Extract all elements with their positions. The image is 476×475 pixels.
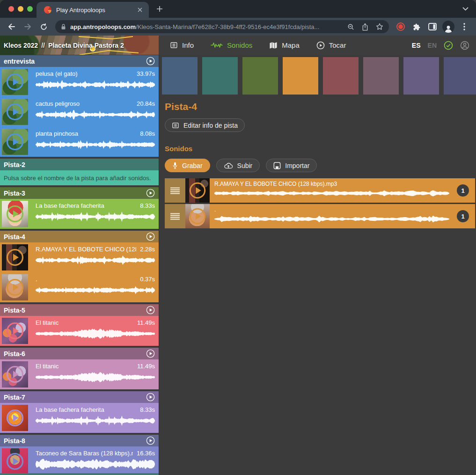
tab-search-chevron-icon[interactable] xyxy=(462,7,469,11)
clip-row[interactable]: El titanic11.49s xyxy=(0,359,159,389)
track-swatch-5[interactable] xyxy=(323,57,359,95)
track-swatch-6[interactable] xyxy=(363,57,399,95)
nav-item-mapa[interactable]: Mapa xyxy=(269,41,300,49)
extensions-puzzle-icon[interactable] xyxy=(410,20,424,34)
sync-check-icon[interactable] xyxy=(444,41,453,50)
language-es[interactable]: ES xyxy=(412,42,421,49)
clip-title: R.AMAYA Y EL BOBOTE CHICO (128 kbps).... xyxy=(36,246,136,253)
clip-play-icon[interactable] xyxy=(6,278,24,297)
forward-button[interactable] xyxy=(21,20,35,34)
clip-play-icon[interactable] xyxy=(6,409,24,427)
track-play-all-button[interactable] xyxy=(146,57,155,66)
drag-handle-icon[interactable] xyxy=(165,178,185,203)
track-swatch-8[interactable] xyxy=(444,57,476,95)
track-swatch-4[interactable] xyxy=(283,57,318,95)
browser-tab[interactable]: Play Antropoloops xyxy=(37,2,149,18)
breadcrumb-location[interactable]: Placeta Divina Pastora 2 xyxy=(48,42,124,49)
clip-row[interactable]: pelusa (el gato)33.97s xyxy=(0,67,159,97)
track-play-all-button[interactable] xyxy=(146,436,155,445)
sound-thumbnail[interactable] xyxy=(185,204,210,228)
clip-thumbnail[interactable] xyxy=(2,448,28,475)
track-play-all-button[interactable] xyxy=(146,189,155,197)
track-header-pista-7[interactable]: Pista-7 xyxy=(0,391,159,403)
nav-item-tocar[interactable]: Tocar xyxy=(316,41,346,50)
clip-row[interactable]: cactus peligroso20.84s xyxy=(0,97,159,127)
track-swatch-7[interactable] xyxy=(403,57,439,95)
record-extension-icon[interactable] xyxy=(394,20,408,34)
nav-item-info[interactable]: Info xyxy=(170,41,194,49)
back-button[interactable] xyxy=(5,20,19,34)
track-play-all-button[interactable] xyxy=(146,232,155,241)
track-header-pista-6[interactable]: Pista-6 xyxy=(0,348,159,359)
clip-row[interactable]: La base fachera facherita8.33s xyxy=(0,199,159,229)
new-tab-button[interactable] xyxy=(156,6,163,12)
clip-body: El titanic11.49s xyxy=(30,359,159,389)
clip-thumbnail[interactable] xyxy=(2,405,28,431)
profile-avatar[interactable] xyxy=(441,20,455,34)
zoom-out-icon[interactable] xyxy=(347,23,354,30)
clip-play-icon[interactable] xyxy=(6,102,24,121)
clip-row[interactable]: R.AMAYA Y EL BOBOTE CHICO (128 kbps)....… xyxy=(0,242,159,272)
clip-row[interactable]: .0.37s xyxy=(0,272,159,302)
clip-play-icon[interactable] xyxy=(6,205,24,223)
track-header-pista-4[interactable]: Pista-4 xyxy=(0,231,159,242)
browser-menu-icon[interactable] xyxy=(457,20,471,34)
clip-row[interactable]: La base fachera facherita8.33s xyxy=(0,403,159,433)
window-minimize-button[interactable] xyxy=(18,6,23,12)
clip-play-icon[interactable] xyxy=(6,132,24,151)
edit-track-info-button[interactable]: Editar info de pista xyxy=(165,118,245,132)
clip-thumbnail[interactable] xyxy=(2,201,28,227)
address-bar[interactable]: app.antropoloops.com/Kleos-Santa-Marina/… xyxy=(55,20,389,33)
track-play-all-button[interactable] xyxy=(146,306,155,314)
project-map-thumbnail[interactable]: Kleos 2022 // Placeta Divina Pastora 2 xyxy=(0,36,159,55)
clip-thumbnail[interactable] xyxy=(2,99,28,125)
clip-thumbnail[interactable] xyxy=(2,318,28,344)
track-header-entrevista[interactable]: entrevista xyxy=(0,55,159,67)
drag-handle-icon[interactable] xyxy=(165,204,185,228)
clip-play-icon[interactable] xyxy=(6,365,24,384)
breadcrumb-project[interactable]: Kleos 2022 xyxy=(4,42,38,49)
clip-row[interactable]: planta pinchosa8.08s xyxy=(0,127,159,157)
track-swatch-2[interactable] xyxy=(202,57,238,95)
share-icon[interactable] xyxy=(362,23,368,31)
clip-thumbnail[interactable] xyxy=(2,129,28,155)
sound-row[interactable]: .1 xyxy=(165,204,475,228)
clip-play-icon[interactable] xyxy=(189,182,206,199)
upload-button[interactable]: Subir xyxy=(216,159,260,172)
clip-thumbnail[interactable] xyxy=(2,274,28,300)
sound-thumbnail[interactable] xyxy=(185,178,210,203)
track-play-all-button[interactable] xyxy=(146,349,155,358)
clip-thumbnail[interactable] xyxy=(2,244,28,270)
import-button[interactable]: Importar xyxy=(266,159,317,172)
clip-play-icon[interactable] xyxy=(6,73,24,91)
track-swatch-1[interactable] xyxy=(162,57,198,95)
track-header-pista-5[interactable]: Pista-5 xyxy=(0,304,159,316)
clip-play-icon[interactable] xyxy=(6,452,24,471)
edit-track-info-label: Editar info de pista xyxy=(183,122,238,129)
sound-row[interactable]: R.AMAYA Y EL BOBOTE CHICO (128 kbps).mp3… xyxy=(165,178,475,203)
clip-thumbnail[interactable] xyxy=(2,69,28,95)
track-play-all-button[interactable] xyxy=(146,393,155,402)
tab-close-icon[interactable] xyxy=(136,6,144,14)
window-zoom-button[interactable] xyxy=(27,6,33,12)
reload-button[interactable] xyxy=(37,20,51,34)
bookmark-star-icon[interactable] xyxy=(376,23,383,30)
nav-item-sonidos[interactable]: Sonidos xyxy=(211,41,252,49)
track-header-pista-2[interactable]: Pista-2 xyxy=(0,159,159,170)
clip-row[interactable]: Taconeo de Sara Baras (128 kbps).mp316.3… xyxy=(0,446,159,475)
account-icon[interactable] xyxy=(460,41,469,50)
sound-waveform xyxy=(214,188,449,199)
language-en[interactable]: EN xyxy=(428,42,437,49)
window-close-button[interactable] xyxy=(8,6,14,12)
clip-thumbnail[interactable] xyxy=(2,361,28,387)
site-favicon xyxy=(44,6,51,14)
track-swatch-3[interactable] xyxy=(242,57,278,95)
clip-play-icon[interactable] xyxy=(6,322,24,340)
clip-row[interactable]: El titanic11.49s xyxy=(0,316,159,346)
clip-play-icon[interactable] xyxy=(189,207,206,225)
record-button[interactable]: Grabar xyxy=(165,159,210,172)
clip-play-icon[interactable] xyxy=(6,248,24,267)
track-header-pista-8[interactable]: Pista-8 xyxy=(0,435,159,446)
track-header-pista-3[interactable]: Pista-3 xyxy=(0,187,159,199)
side-panel-icon[interactable] xyxy=(425,20,439,34)
